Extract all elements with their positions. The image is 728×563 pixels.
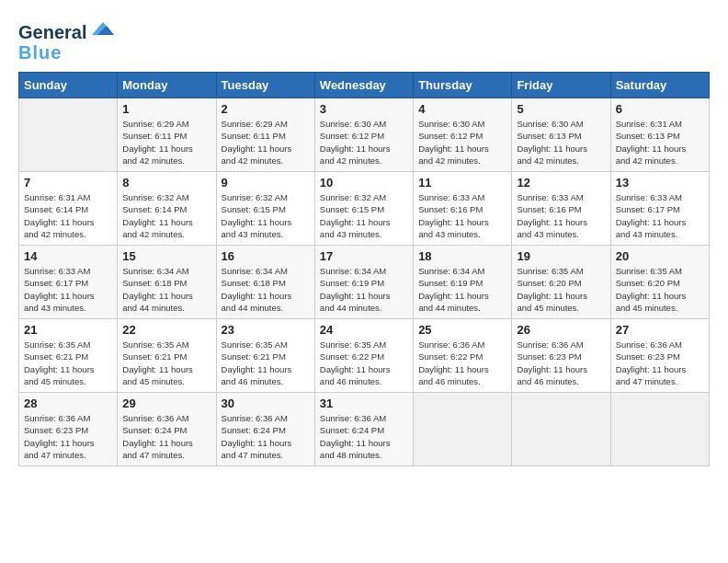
day-number: 27 bbox=[616, 323, 704, 337]
day-number: 22 bbox=[122, 323, 210, 337]
calendar-cell: 31Sunrise: 6:36 AM Sunset: 6:24 PM Dayli… bbox=[314, 393, 413, 466]
day-number: 3 bbox=[320, 102, 408, 116]
calendar-cell: 23Sunrise: 6:35 AM Sunset: 6:21 PM Dayli… bbox=[216, 319, 314, 393]
calendar-cell: 24Sunrise: 6:35 AM Sunset: 6:22 PM Dayli… bbox=[314, 319, 413, 393]
day-info: Sunrise: 6:29 AM Sunset: 6:11 PM Dayligh… bbox=[222, 118, 310, 167]
day-info: Sunrise: 6:32 AM Sunset: 6:14 PM Dayligh… bbox=[122, 191, 210, 240]
logo: General Blue bbox=[18, 18, 118, 63]
calendar-cell: 29Sunrise: 6:36 AM Sunset: 6:24 PM Dayli… bbox=[118, 393, 216, 466]
day-number: 15 bbox=[122, 249, 210, 263]
day-info: Sunrise: 6:30 AM Sunset: 6:12 PM Dayligh… bbox=[320, 118, 408, 167]
day-info: Sunrise: 6:36 AM Sunset: 6:22 PM Dayligh… bbox=[418, 339, 506, 387]
calendar-week-row: 14Sunrise: 6:33 AM Sunset: 6:17 PM Dayli… bbox=[19, 246, 710, 319]
calendar-cell: 22Sunrise: 6:35 AM Sunset: 6:21 PM Dayli… bbox=[118, 319, 216, 393]
day-number: 16 bbox=[222, 249, 310, 263]
day-number: 12 bbox=[517, 176, 605, 190]
calendar-week-row: 21Sunrise: 6:35 AM Sunset: 6:21 PM Dayli… bbox=[19, 319, 710, 393]
day-number: 14 bbox=[24, 249, 112, 263]
day-info: Sunrise: 6:33 AM Sunset: 6:16 PM Dayligh… bbox=[517, 191, 605, 240]
day-info: Sunrise: 6:31 AM Sunset: 6:13 PM Dayligh… bbox=[616, 118, 704, 167]
day-number: 17 bbox=[320, 249, 408, 263]
calendar-header-row: SundayMondayTuesdayWednesdayThursdayFrid… bbox=[19, 73, 710, 98]
logo-icon bbox=[88, 18, 118, 39]
calendar-header-sunday: Sunday bbox=[19, 73, 118, 98]
logo-text: General Blue bbox=[18, 18, 118, 63]
page-header: General Blue bbox=[18, 18, 710, 63]
day-info: Sunrise: 6:35 AM Sunset: 6:22 PM Dayligh… bbox=[320, 339, 408, 387]
day-info: Sunrise: 6:35 AM Sunset: 6:21 PM Dayligh… bbox=[24, 339, 112, 387]
day-number: 9 bbox=[222, 176, 310, 190]
day-info: Sunrise: 6:36 AM Sunset: 6:24 PM Dayligh… bbox=[122, 412, 210, 461]
day-number: 29 bbox=[122, 396, 210, 410]
day-info: Sunrise: 6:34 AM Sunset: 6:19 PM Dayligh… bbox=[320, 265, 408, 314]
day-info: Sunrise: 6:35 AM Sunset: 6:21 PM Dayligh… bbox=[222, 339, 310, 387]
calendar-cell: 8Sunrise: 6:32 AM Sunset: 6:14 PM Daylig… bbox=[118, 172, 216, 246]
day-number: 31 bbox=[320, 396, 408, 410]
calendar-cell: 18Sunrise: 6:34 AM Sunset: 6:19 PM Dayli… bbox=[414, 246, 512, 319]
calendar-cell: 3Sunrise: 6:30 AM Sunset: 6:12 PM Daylig… bbox=[314, 98, 413, 172]
day-info: Sunrise: 6:36 AM Sunset: 6:23 PM Dayligh… bbox=[616, 339, 704, 387]
calendar-header-tuesday: Tuesday bbox=[216, 73, 314, 98]
calendar-header-thursday: Thursday bbox=[414, 73, 512, 98]
calendar-cell: 27Sunrise: 6:36 AM Sunset: 6:23 PM Dayli… bbox=[610, 319, 709, 393]
calendar-cell bbox=[610, 393, 709, 466]
calendar-cell: 28Sunrise: 6:36 AM Sunset: 6:23 PM Dayli… bbox=[19, 393, 118, 466]
day-number: 20 bbox=[616, 249, 704, 263]
calendar-cell: 2Sunrise: 6:29 AM Sunset: 6:11 PM Daylig… bbox=[216, 98, 314, 172]
day-info: Sunrise: 6:33 AM Sunset: 6:17 PM Dayligh… bbox=[616, 191, 704, 240]
day-info: Sunrise: 6:34 AM Sunset: 6:18 PM Dayligh… bbox=[122, 265, 210, 314]
day-number: 25 bbox=[418, 323, 506, 337]
day-info: Sunrise: 6:33 AM Sunset: 6:17 PM Dayligh… bbox=[24, 265, 112, 314]
day-number: 24 bbox=[320, 323, 408, 337]
day-number: 2 bbox=[222, 102, 310, 116]
calendar-header-wednesday: Wednesday bbox=[314, 73, 413, 98]
calendar-cell: 16Sunrise: 6:34 AM Sunset: 6:18 PM Dayli… bbox=[216, 246, 314, 319]
calendar-week-row: 28Sunrise: 6:36 AM Sunset: 6:23 PM Dayli… bbox=[19, 393, 710, 466]
day-info: Sunrise: 6:36 AM Sunset: 6:24 PM Dayligh… bbox=[320, 412, 408, 461]
day-number: 8 bbox=[122, 176, 210, 190]
day-info: Sunrise: 6:29 AM Sunset: 6:11 PM Dayligh… bbox=[122, 118, 210, 167]
day-info: Sunrise: 6:31 AM Sunset: 6:14 PM Dayligh… bbox=[24, 191, 112, 240]
calendar-cell: 15Sunrise: 6:34 AM Sunset: 6:18 PM Dayli… bbox=[118, 246, 216, 319]
calendar-cell: 17Sunrise: 6:34 AM Sunset: 6:19 PM Dayli… bbox=[314, 246, 413, 319]
day-info: Sunrise: 6:30 AM Sunset: 6:12 PM Dayligh… bbox=[418, 118, 506, 167]
day-number: 1 bbox=[122, 102, 210, 116]
day-number: 21 bbox=[24, 323, 112, 337]
day-info: Sunrise: 6:35 AM Sunset: 6:20 PM Dayligh… bbox=[517, 265, 605, 314]
calendar-cell: 5Sunrise: 6:30 AM Sunset: 6:13 PM Daylig… bbox=[512, 98, 610, 172]
calendar-cell: 12Sunrise: 6:33 AM Sunset: 6:16 PM Dayli… bbox=[512, 172, 610, 246]
calendar-cell: 11Sunrise: 6:33 AM Sunset: 6:16 PM Dayli… bbox=[414, 172, 512, 246]
calendar-table: SundayMondayTuesdayWednesdayThursdayFrid… bbox=[18, 72, 710, 466]
day-number: 11 bbox=[418, 176, 506, 190]
calendar-cell: 9Sunrise: 6:32 AM Sunset: 6:15 PM Daylig… bbox=[216, 172, 314, 246]
calendar-cell: 10Sunrise: 6:32 AM Sunset: 6:15 PM Dayli… bbox=[314, 172, 413, 246]
day-number: 30 bbox=[222, 396, 310, 410]
calendar-week-row: 1Sunrise: 6:29 AM Sunset: 6:11 PM Daylig… bbox=[19, 98, 710, 172]
day-info: Sunrise: 6:36 AM Sunset: 6:24 PM Dayligh… bbox=[222, 412, 310, 461]
day-number: 18 bbox=[418, 249, 506, 263]
calendar-header-monday: Monday bbox=[118, 73, 216, 98]
day-info: Sunrise: 6:34 AM Sunset: 6:19 PM Dayligh… bbox=[418, 265, 506, 314]
calendar-cell: 21Sunrise: 6:35 AM Sunset: 6:21 PM Dayli… bbox=[19, 319, 118, 393]
calendar-cell: 13Sunrise: 6:33 AM Sunset: 6:17 PM Dayli… bbox=[610, 172, 709, 246]
day-info: Sunrise: 6:36 AM Sunset: 6:23 PM Dayligh… bbox=[24, 412, 112, 461]
calendar-cell: 6Sunrise: 6:31 AM Sunset: 6:13 PM Daylig… bbox=[610, 98, 709, 172]
day-info: Sunrise: 6:30 AM Sunset: 6:13 PM Dayligh… bbox=[517, 118, 605, 167]
day-info: Sunrise: 6:36 AM Sunset: 6:23 PM Dayligh… bbox=[517, 339, 605, 387]
calendar-cell bbox=[414, 393, 512, 466]
day-number: 13 bbox=[616, 176, 704, 190]
day-number: 26 bbox=[517, 323, 605, 337]
calendar-cell: 26Sunrise: 6:36 AM Sunset: 6:23 PM Dayli… bbox=[512, 319, 610, 393]
calendar-cell: 4Sunrise: 6:30 AM Sunset: 6:12 PM Daylig… bbox=[414, 98, 512, 172]
day-number: 4 bbox=[418, 102, 506, 116]
calendar-cell: 30Sunrise: 6:36 AM Sunset: 6:24 PM Dayli… bbox=[216, 393, 314, 466]
day-number: 23 bbox=[222, 323, 310, 337]
calendar-cell bbox=[512, 393, 610, 466]
day-info: Sunrise: 6:32 AM Sunset: 6:15 PM Dayligh… bbox=[222, 191, 310, 240]
calendar-cell bbox=[19, 98, 118, 172]
calendar-cell: 7Sunrise: 6:31 AM Sunset: 6:14 PM Daylig… bbox=[19, 172, 118, 246]
calendar-header-friday: Friday bbox=[512, 73, 610, 98]
calendar-week-row: 7Sunrise: 6:31 AM Sunset: 6:14 PM Daylig… bbox=[19, 172, 710, 246]
calendar-cell: 14Sunrise: 6:33 AM Sunset: 6:17 PM Dayli… bbox=[19, 246, 118, 319]
calendar-cell: 20Sunrise: 6:35 AM Sunset: 6:20 PM Dayli… bbox=[610, 246, 709, 319]
